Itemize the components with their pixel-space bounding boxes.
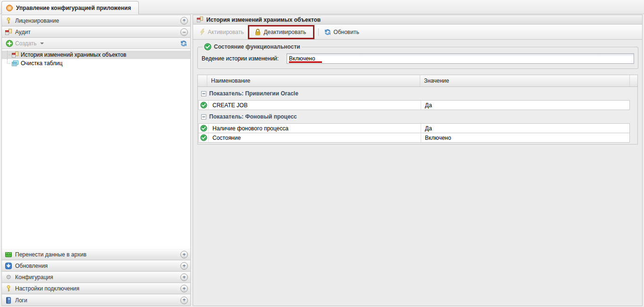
group-header-label: Показатель: Фоновый процесс [209, 113, 297, 120]
check-circle-icon [204, 43, 212, 51]
main-panel: История изменений хранимых объектов Акти… [193, 15, 643, 306]
sidebar-panel-licensing[interactable]: Лицензирование + [2, 15, 190, 26]
panel-label: Обновления [15, 263, 48, 269]
annotation-highlight-box: Деактивировать [248, 25, 314, 39]
fieldset-legend-text: Состояние функциональности [214, 43, 300, 50]
refresh-icon [324, 28, 331, 36]
tree-elbow [4, 51, 11, 59]
history-state-input[interactable] [287, 53, 634, 64]
dropdown-arrow-icon [40, 43, 44, 44]
refresh-button-label: Обновить [333, 29, 359, 35]
sidebar: Лицензирование + Аудит − Создать [1, 15, 191, 306]
expand-tool-button[interactable]: + [180, 285, 188, 292]
expand-tool-button[interactable]: + [180, 273, 188, 281]
row-name-cell: Состояние [209, 133, 421, 142]
functionality-state-fieldset: Состояние функциональности Ведение истор… [197, 43, 638, 69]
workspace: Лицензирование + Аудит − Создать [1, 15, 643, 306]
audit-tree: История изменений хранимых объектов Очис… [2, 49, 190, 249]
panel-label: Конфигурация [15, 274, 53, 281]
main-panel-title: История изменений хранимых объектов [206, 17, 321, 23]
field-label: Ведение истории изменений: [202, 55, 287, 62]
collapse-tool-button[interactable]: − [180, 28, 188, 36]
row-status-cell [199, 101, 209, 110]
lock-icon [254, 28, 262, 36]
plus-circle-icon [6, 40, 13, 47]
column-header-spacer [630, 75, 637, 86]
log-book-icon [5, 297, 12, 304]
deactivate-button[interactable]: Деактивировать [251, 27, 309, 37]
key-icon [5, 285, 12, 292]
row-value-cell: Да [421, 124, 629, 133]
refresh-button[interactable]: Обновить [321, 27, 362, 37]
tree-elbow [4, 59, 11, 68]
grid-row-create-job[interactable]: CREATE JOB Да [198, 100, 630, 110]
row-status-cell [199, 133, 209, 142]
tree-item-label: Очистка таблиц [21, 60, 62, 67]
toolbar-separator [318, 28, 319, 36]
expand-tool-button[interactable]: + [180, 262, 188, 270]
fieldset-legend: Состояние функциональности [203, 43, 302, 51]
input-wrap [287, 53, 634, 64]
panel-label: Аудит [15, 29, 31, 35]
tab-app-config[interactable]: Управление конфигурацией приложения [1, 1, 139, 14]
table-icon [11, 60, 19, 67]
grid-header-row: Наименование Значение [198, 75, 637, 87]
grid-row-state[interactable]: Состояние Включено [198, 133, 630, 143]
check-circle-icon [200, 134, 207, 142]
expand-tool-button[interactable]: + [180, 297, 188, 304]
gear-icon: ⚙ [5, 273, 12, 281]
annotation-underline [289, 61, 322, 63]
sidebar-panel-configuration[interactable]: ⚙ Конфигурация + [2, 272, 190, 283]
main-content: Состояние функциональности Ведение истор… [193, 40, 643, 306]
tab-title: Управление конфигурацией приложения [16, 5, 131, 11]
column-header-name[interactable]: Наименование [207, 75, 420, 86]
sidebar-panel-updates[interactable]: Обновления + [2, 260, 190, 272]
collapse-minus-icon[interactable] [201, 114, 206, 119]
tree-item-table-cleanup[interactable]: Очистка таблиц [2, 59, 190, 68]
lightning-icon [198, 28, 206, 36]
expand-tool-button[interactable]: + [180, 17, 188, 25]
refresh-icon [180, 40, 187, 47]
app-orange-icon [6, 4, 13, 12]
main-panel-header: История изменений хранимых объектов [193, 15, 643, 25]
audit-toolbar: Создать [2, 38, 190, 49]
audit-icon [11, 51, 19, 59]
panel-label: Перенести данные в архив [15, 251, 86, 258]
tree-item-label: История изменений хранимых объектов [21, 51, 127, 58]
row-name-cell: Наличие фонового процесса [209, 124, 421, 133]
audit-icon [196, 16, 203, 24]
row-name-cell: CREATE JOB [209, 101, 421, 110]
activate-button[interactable]: Активировать [195, 27, 246, 37]
row-value-cell: Включено [421, 133, 629, 142]
deactivate-button-label: Деактивировать [263, 29, 306, 35]
check-circle-icon [200, 125, 207, 132]
collapse-minus-icon[interactable] [201, 91, 206, 96]
sidebar-panel-archive[interactable]: Перенести данные в архив + [2, 249, 190, 260]
sidebar-panel-audit[interactable]: Аудит − [2, 26, 190, 38]
sidebar-panel-logs[interactable]: Логи + [2, 294, 190, 306]
check-circle-icon [200, 102, 207, 109]
grid-row-process-presence[interactable]: Наличие фонового процесса Да [198, 123, 630, 133]
tab-bar: Управление конфигурацией приложения [0, 0, 644, 14]
download-icon [5, 262, 12, 270]
history-state-field: Ведение истории изменений: [202, 53, 634, 64]
create-button[interactable]: Создать [4, 39, 45, 48]
activate-button-label: Активировать [208, 29, 244, 35]
column-header-status[interactable] [198, 75, 207, 86]
group-header-label: Показатель: Привилегии Oracle [209, 90, 298, 97]
group-header-oracle-privileges[interactable]: Показатель: Привилегии Oracle [198, 87, 637, 100]
audit-icon [5, 28, 12, 36]
group-header-background-process[interactable]: Показатель: Фоновый процесс [198, 110, 637, 123]
tree-item-history[interactable]: История изменений хранимых объектов [2, 51, 190, 59]
refresh-button[interactable] [179, 39, 188, 48]
panel-label: Лицензирование [15, 17, 59, 24]
row-status-cell [199, 124, 209, 133]
panel-label: Логи [15, 297, 27, 304]
key-icon [5, 17, 12, 25]
row-value-cell: Да [421, 101, 629, 110]
create-button-label: Создать [15, 40, 37, 47]
expand-tool-button[interactable]: + [180, 251, 188, 258]
column-header-value[interactable]: Значение [420, 75, 630, 86]
main-toolbar: Активировать Деактивировать Обновить [193, 25, 643, 40]
sidebar-panel-connection-settings[interactable]: Настройки подключения + [2, 283, 190, 294]
